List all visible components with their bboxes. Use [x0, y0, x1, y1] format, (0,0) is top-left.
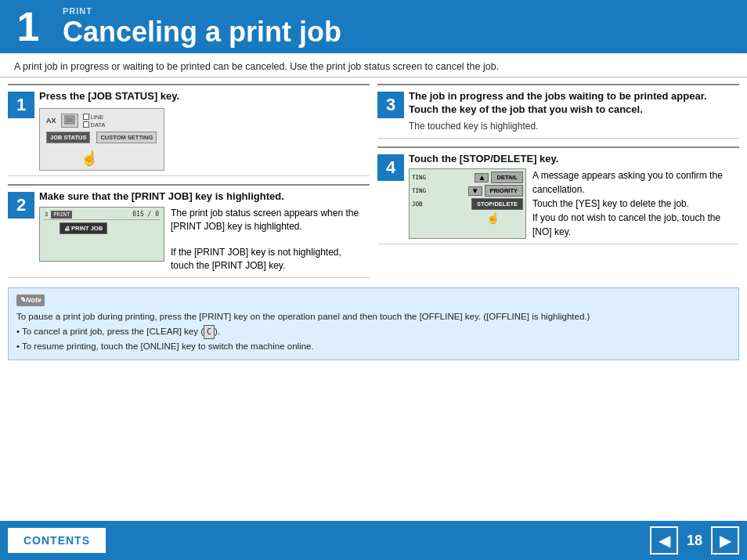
dialog-right-btns-3: STOP/DELETE	[471, 198, 523, 210]
page-title: Canceling a print job	[63, 16, 341, 48]
screen-btn-row: X 🖨 PRINT JOB X	[43, 222, 161, 234]
dialog-row-3: JOB STOP/DELETE	[412, 198, 523, 210]
dialog-arrow-down-btn: ▼	[468, 186, 482, 196]
next-page-button[interactable]: ▶	[711, 526, 739, 555]
data-label: DATA	[91, 121, 106, 128]
dialog-ting-1: TING	[412, 174, 472, 181]
step-2-content: Make sure that the [PRINT JOB] key is hi…	[34, 190, 370, 273]
header-text-block: PRINT Canceling a print job	[56, 6, 341, 48]
svg-rect-1	[67, 117, 73, 122]
step-4-inner: TING ▲ DETAIL TING ▼	[409, 168, 734, 239]
screen-pages: 01S / 0	[132, 211, 159, 218]
dialog-arrow-down[interactable]: ▼	[468, 186, 482, 196]
step-2-number: 2	[8, 192, 34, 219]
print-job-btn[interactable]: 🖨 PRINT JOB	[60, 222, 107, 234]
step-2-body: The print job status screen appears when…	[171, 207, 365, 273]
job-status-btn[interactable]: JOB STATUS	[46, 132, 90, 143]
step-3-number: 3	[377, 92, 404, 118]
footer-nav: ◀ 18 ▶	[650, 526, 739, 555]
dialog-right-btns: DETAIL	[491, 172, 523, 183]
chapter-number: 1	[0, 0, 56, 53]
panel-top-row: AX LINE	[46, 114, 157, 128]
chapter-label: PRINT	[63, 6, 341, 16]
panel-ax-label: AX	[46, 117, 56, 125]
step-4-block: 4 Touch the [STOP/DELETE] key. TING ▲ DE…	[377, 146, 739, 245]
step-1-block: 1 Press the [JOB STATUS] key. AX	[8, 84, 370, 176]
step-4-title: Touch the [STOP/DELETE] key.	[409, 153, 734, 166]
hand-cursor-icon: ☝	[81, 150, 98, 167]
dialog-arrow-up[interactable]: ▲	[475, 173, 489, 182]
step-4-body-line1: A message appears asking you to confirm …	[532, 168, 734, 197]
line-checkbox	[83, 114, 89, 120]
data-checkbox	[83, 121, 89, 128]
detail-btn[interactable]: DETAIL	[491, 172, 523, 183]
screen-print-label: PRINT	[51, 211, 72, 219]
step-2-layout: 3 PRINT 01S / 0 X 🖨 PRINT JOB X	[39, 207, 365, 273]
dialog-hand-cursor: ☝	[486, 211, 500, 224]
dialog-right-btns-2: PRIORITY	[485, 185, 523, 197]
step-2-title: Make sure that the [PRINT JOB] key is hi…	[39, 190, 365, 204]
screen-filename-row: 3 PRINT 01S / 0	[43, 210, 161, 220]
screen-number: 3	[45, 211, 48, 218]
dialog-row-1: TING ▲ DETAIL	[412, 172, 523, 183]
print-job-btn-icon: 🖨	[64, 226, 70, 231]
dialog-ting-2: TING	[412, 187, 466, 194]
step-3-block: 3 The job in progress and the jobs waiti…	[377, 84, 739, 139]
note-header: ✎Note	[16, 294, 731, 307]
step-2-block: 2 Make sure that the [PRINT JOB] key is …	[8, 184, 370, 278]
step-1-image: AX LINE	[39, 108, 365, 171]
main-content: 1 Press the [JOB STATUS] key. AX	[0, 84, 747, 278]
intro-text: A print job in progress or waiting to be…	[0, 53, 747, 78]
line-label: LINE	[91, 114, 104, 121]
step-1-number: 1	[8, 92, 34, 118]
step-1-title: Press the [JOB STATUS] key.	[39, 90, 365, 103]
right-column: 3 The job in progress and the jobs waiti…	[377, 84, 739, 278]
panel-line-item: LINE	[83, 114, 106, 121]
print-job-screen: 3 PRINT 01S / 0 X 🖨 PRINT JOB X	[39, 207, 164, 262]
stop-delete-btn[interactable]: STOP/DELETE	[471, 198, 523, 210]
panel-image: AX LINE	[39, 108, 164, 171]
step-1-content: Press the [JOB STATUS] key. AX	[34, 90, 370, 171]
note-icon: ✎Note	[16, 294, 45, 307]
priority-btn[interactable]: PRIORITY	[485, 185, 523, 197]
step-4-body: A message appears asking you to confirm …	[532, 168, 734, 239]
dialog-arrow-btns: ▲	[475, 173, 489, 182]
prev-page-button[interactable]: ◀	[650, 526, 678, 555]
note-text: To pause a print job during printing, pr…	[16, 309, 731, 353]
dialog-job-label: JOB	[412, 201, 469, 208]
page-footer: CONTENTS ◀ 18 ▶	[0, 521, 747, 560]
left-column: 1 Press the [JOB STATUS] key. AX	[8, 84, 370, 278]
dialog-cursor-row: ☝	[412, 211, 523, 224]
custom-setting-btn[interactable]: CUSTOM SETTING	[96, 132, 157, 143]
page-header: 1 PRINT Canceling a print job	[0, 0, 747, 53]
print-job-btn-label: PRINT JOB	[71, 225, 103, 232]
contents-button[interactable]: CONTENTS	[8, 528, 106, 553]
step-2-image: 3 PRINT 01S / 0 X 🖨 PRINT JOB X	[39, 207, 164, 273]
step-3-title: The job in progress and the jobs waiting…	[409, 90, 734, 117]
step-4-number: 4	[377, 154, 404, 181]
step-4-body-line2: Touch the [YES] key to delete the job.	[532, 197, 734, 211]
panel-bottom-row: JOB STATUS CUSTOM SETTING	[46, 132, 157, 143]
note-box: ✎Note To pause a print job during printi…	[8, 287, 739, 360]
step-4-body-line3: If you do not wish to cancel the job, to…	[532, 211, 734, 239]
step-3-content: The job in progress and the jobs waiting…	[404, 90, 739, 133]
step-3-body: The touched key is highlighted.	[409, 120, 734, 133]
stop-delete-dialog: TING ▲ DETAIL TING ▼	[409, 168, 526, 239]
step-2-body-line2: If the [PRINT JOB] key is not highlighte…	[171, 246, 365, 273]
c-key: C	[204, 325, 215, 339]
panel-data-item: DATA	[83, 121, 106, 128]
step-2-body-line1: The print job status screen appears when…	[171, 207, 365, 233]
step-4-content: Touch the [STOP/DELETE] key. TING ▲ DETA…	[404, 153, 739, 240]
panel-icon	[61, 114, 78, 128]
panel-line-data: LINE DATA	[83, 114, 106, 128]
page-number: 18	[683, 533, 706, 549]
dialog-row-2: TING ▼ PRIORITY	[412, 185, 523, 197]
